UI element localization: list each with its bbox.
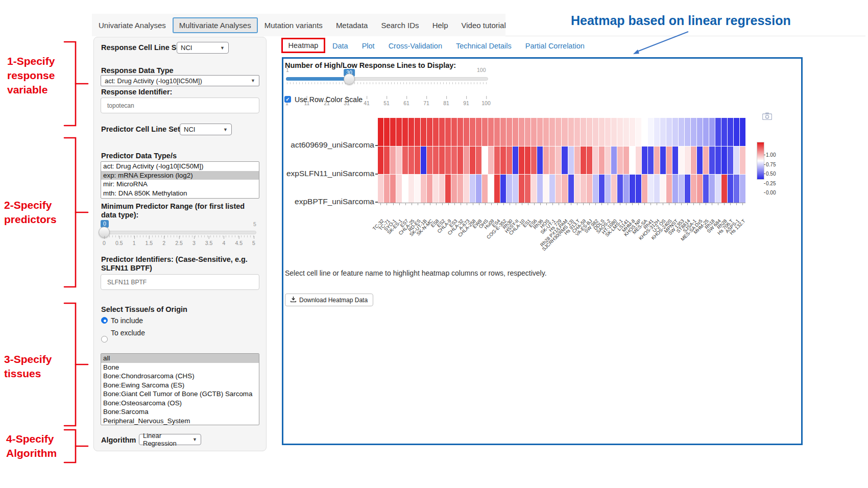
heatmap-cell[interactable] <box>549 147 555 175</box>
heatmap-cell[interactable] <box>636 175 641 203</box>
heatmap-cell[interactable] <box>617 118 623 146</box>
heatmap-cell[interactable] <box>378 175 383 203</box>
heatmap-cell[interactable] <box>457 175 463 203</box>
heatmap-cell[interactable] <box>494 175 500 203</box>
predictor-data-type-option-exp-mrna-expression-log2[interactable]: exp: mRNA Expression (log2) <box>101 171 259 180</box>
heatmap-cell[interactable] <box>464 175 469 203</box>
heatmap-cell[interactable] <box>531 147 537 175</box>
heatmap-cell[interactable] <box>549 175 555 203</box>
response-data-type-select[interactable]: act: Drug Activity (-log10[IC50M]) ▼ <box>101 75 259 86</box>
heatmap-cell[interactable] <box>556 175 561 203</box>
heatmap-cell[interactable] <box>537 147 543 175</box>
heatmap-cell[interactable] <box>642 147 647 175</box>
heatmap-cell[interactable] <box>525 147 531 175</box>
nav-tab-video-tutorial[interactable]: Video tutorial <box>454 17 512 33</box>
heatmap-cell[interactable] <box>605 118 611 146</box>
heatmap-cell[interactable] <box>728 118 733 146</box>
algorithm-select[interactable]: Linear Regression ▼ <box>139 434 201 445</box>
heatmap-cell[interactable] <box>697 175 703 203</box>
heatmap-cell[interactable] <box>445 175 451 203</box>
heatmap-cell[interactable] <box>470 147 475 175</box>
heatmap-cell[interactable] <box>543 175 549 203</box>
heatmap-cell[interactable] <box>507 175 512 203</box>
tissue-option-all[interactable]: all <box>101 354 259 363</box>
tissue-option-bone-ewing-sarcoma-es[interactable]: Bone:Ewing Sarcoma (ES) <box>101 381 259 390</box>
heatmap-cell[interactable] <box>476 175 481 203</box>
heatmap-cell[interactable] <box>642 118 647 146</box>
heatmap-cell[interactable] <box>525 118 531 146</box>
heatmap-cell[interactable] <box>587 175 592 203</box>
heatmap-cell[interactable] <box>654 175 660 203</box>
heatmap-cell[interactable] <box>421 147 426 175</box>
heatmap-cell[interactable] <box>691 118 696 146</box>
heatmap-cell[interactable] <box>556 147 561 175</box>
heatmap-cell[interactable] <box>660 175 666 203</box>
heatmap-cell[interactable] <box>605 147 611 175</box>
heatmap-cell[interactable] <box>697 118 703 146</box>
heatmap-cell[interactable] <box>476 147 481 175</box>
heatmap-cell[interactable] <box>734 118 739 146</box>
heatmap-cell[interactable] <box>734 175 739 203</box>
heatmap-cell[interactable] <box>593 147 598 175</box>
row-color-scale-checkbox[interactable]: ✓ <box>284 96 291 103</box>
heatmap-cell[interactable] <box>593 175 598 203</box>
heatmap-cell[interactable] <box>728 175 733 203</box>
heatmap-row-label-expbptf-unisarcoma[interactable]: expBPTF_uniSarcoma <box>282 197 374 206</box>
heatmap-cell[interactable] <box>715 147 721 175</box>
heatmap-cell[interactable] <box>562 147 567 175</box>
heatmap-cell[interactable] <box>568 147 574 175</box>
heatmap-cell[interactable] <box>421 175 426 203</box>
heatmap-cell[interactable] <box>537 118 543 146</box>
heatmap-cell[interactable] <box>672 175 678 203</box>
heatmap-cell[interactable] <box>470 175 475 203</box>
predictor-data-type-option-mth-dna-850k-methylation[interactable]: mth: DNA 850K Methylation <box>101 189 259 198</box>
heatmap-cell[interactable] <box>685 147 690 175</box>
heatmap-cell[interactable] <box>500 175 506 203</box>
heatmap-cell[interactable] <box>494 118 500 146</box>
heatmap-cell[interactable] <box>482 147 488 175</box>
heatmap-cell[interactable] <box>537 175 543 203</box>
heatmap-cell[interactable] <box>396 175 402 203</box>
tab-heatmap[interactable]: Heatmap <box>288 41 319 50</box>
nav-tab-univariate-analyses[interactable]: Univariate Analyses <box>92 17 173 33</box>
heatmap-cell[interactable] <box>630 118 635 146</box>
heatmap-cell[interactable] <box>519 147 524 175</box>
heatmap-cell[interactable] <box>666 147 672 175</box>
heatmap-cell[interactable] <box>636 147 641 175</box>
heatmap-cell[interactable] <box>660 118 666 146</box>
heatmap-cell[interactable] <box>549 118 555 146</box>
heatmap-cell[interactable] <box>685 118 690 146</box>
predictor-cell-line-set-select[interactable]: NCI ▼ <box>180 124 232 135</box>
lines-slider-handle[interactable] <box>344 74 355 85</box>
tab-data[interactable]: Data <box>332 42 348 50</box>
heatmap-cell[interactable] <box>568 118 574 146</box>
heatmap-row-label-act609699-unisarcoma[interactable]: act609699_uniSarcoma <box>282 140 374 150</box>
tab-cross-validation[interactable]: Cross-Validation <box>389 42 442 50</box>
heatmap-cell[interactable] <box>464 147 469 175</box>
heatmap-cell[interactable] <box>679 175 684 203</box>
heatmap-cell[interactable] <box>648 175 654 203</box>
heatmap-cell[interactable] <box>611 175 617 203</box>
heatmap-cell[interactable] <box>500 118 506 146</box>
heatmap-cell[interactable] <box>574 147 580 175</box>
heatmap-cell[interactable] <box>562 118 567 146</box>
heatmap-cell[interactable] <box>451 118 457 146</box>
heatmap-cell[interactable] <box>427 118 432 146</box>
tissues-include-radio[interactable] <box>101 317 108 324</box>
response-identifier-input[interactable]: topotecan <box>101 97 259 113</box>
heatmap-cell[interactable] <box>402 147 408 175</box>
heatmap-cell[interactable] <box>500 147 506 175</box>
heatmap-cell[interactable] <box>721 175 727 203</box>
heatmap-cell[interactable] <box>525 175 531 203</box>
heatmap-cell[interactable] <box>715 118 721 146</box>
heatmap-cell[interactable] <box>507 118 512 146</box>
heatmap-cell[interactable] <box>439 147 445 175</box>
heatmap-cell[interactable] <box>421 118 426 146</box>
download-heatmap-data-button[interactable]: Download Heatmap Data <box>285 294 373 306</box>
heatmap-cell[interactable] <box>611 147 617 175</box>
heatmap-cell[interactable] <box>519 175 524 203</box>
heatmap-cell[interactable] <box>513 118 518 146</box>
nav-tab-search-ids[interactable]: Search IDs <box>374 17 425 33</box>
nav-tab-multivariate-analyses[interactable]: Multivariate Analyses <box>173 17 258 33</box>
heatmap-cell[interactable] <box>672 147 678 175</box>
